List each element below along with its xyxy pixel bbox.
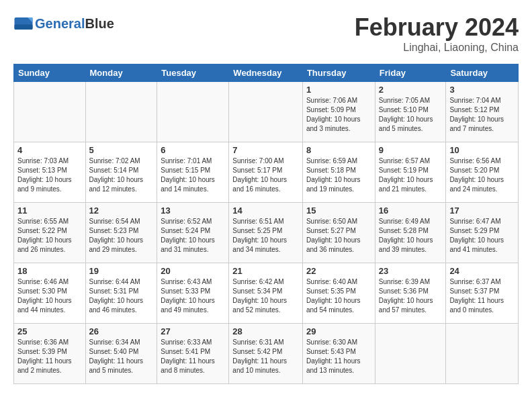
calendar-cell: 23Sunrise: 6:39 AM Sunset: 5:36 PM Dayli… xyxy=(375,263,446,324)
calendar-cell xyxy=(375,324,446,384)
location: Linghai, Liaoning, China xyxy=(355,42,519,54)
calendar-cell: 29Sunrise: 6:30 AM Sunset: 5:43 PM Dayli… xyxy=(302,324,375,384)
cell-content: Sunrise: 6:40 AM Sunset: 5:35 PM Dayligh… xyxy=(306,277,371,315)
calendar-cell: 2Sunrise: 7:05 AM Sunset: 5:10 PM Daylig… xyxy=(375,82,446,142)
day-number: 29 xyxy=(306,326,371,336)
day-number: 28 xyxy=(232,326,299,336)
day-number: 2 xyxy=(379,85,443,95)
day-number: 27 xyxy=(161,326,225,336)
logo: GeneralBlue xyxy=(13,13,114,34)
calendar-cell: 7Sunrise: 7:00 AM Sunset: 5:17 PM Daylig… xyxy=(229,142,303,203)
calendar-cell: 24Sunrise: 6:37 AM Sunset: 5:37 PM Dayli… xyxy=(446,263,519,324)
day-number: 19 xyxy=(89,266,154,276)
day-number: 7 xyxy=(232,145,299,155)
page-header: GeneralBlue February 2024 Linghai, Liaon… xyxy=(13,13,519,54)
logo-icon xyxy=(13,13,34,34)
day-header-thursday: Thursday xyxy=(302,64,375,82)
cell-content: Sunrise: 6:34 AM Sunset: 5:40 PM Dayligh… xyxy=(89,338,154,375)
cell-content: Sunrise: 6:50 AM Sunset: 5:27 PM Dayligh… xyxy=(306,217,371,255)
calendar-cell xyxy=(446,324,519,384)
week-row-5: 25Sunrise: 6:36 AM Sunset: 5:39 PM Dayli… xyxy=(14,324,519,384)
cell-content: Sunrise: 6:55 AM Sunset: 5:22 PM Dayligh… xyxy=(17,217,82,255)
calendar-cell: 11Sunrise: 6:55 AM Sunset: 5:22 PM Dayli… xyxy=(14,203,86,263)
cell-content: Sunrise: 7:03 AM Sunset: 5:13 PM Dayligh… xyxy=(17,156,82,194)
day-number: 6 xyxy=(161,145,225,155)
cell-content: Sunrise: 6:31 AM Sunset: 5:42 PM Dayligh… xyxy=(232,338,299,375)
day-number: 10 xyxy=(449,145,515,155)
day-number: 4 xyxy=(17,145,82,155)
calendar-cell: 1Sunrise: 7:06 AM Sunset: 5:09 PM Daylig… xyxy=(302,82,375,142)
week-row-2: 4Sunrise: 7:03 AM Sunset: 5:13 PM Daylig… xyxy=(14,142,519,203)
cell-content: Sunrise: 7:02 AM Sunset: 5:14 PM Dayligh… xyxy=(89,156,154,194)
header-row: SundayMondayTuesdayWednesdayThursdayFrid… xyxy=(14,64,519,82)
day-header-friday: Friday xyxy=(375,64,446,82)
day-number: 15 xyxy=(306,205,371,216)
day-number: 26 xyxy=(89,326,154,336)
calendar-cell: 16Sunrise: 6:49 AM Sunset: 5:28 PM Dayli… xyxy=(375,203,446,263)
cell-content: Sunrise: 6:37 AM Sunset: 5:37 PM Dayligh… xyxy=(449,277,515,315)
week-row-1: 1Sunrise: 7:06 AM Sunset: 5:09 PM Daylig… xyxy=(14,82,519,142)
day-header-saturday: Saturday xyxy=(446,64,519,82)
month-title: February 2024 xyxy=(355,13,519,42)
calendar-cell: 10Sunrise: 6:56 AM Sunset: 5:20 PM Dayli… xyxy=(446,142,519,203)
calendar-cell xyxy=(85,82,157,142)
calendar-cell: 22Sunrise: 6:40 AM Sunset: 5:35 PM Dayli… xyxy=(302,263,375,324)
day-number: 22 xyxy=(306,266,371,276)
cell-content: Sunrise: 7:05 AM Sunset: 5:10 PM Dayligh… xyxy=(379,96,443,134)
cell-content: Sunrise: 6:52 AM Sunset: 5:24 PM Dayligh… xyxy=(161,217,225,255)
calendar-cell: 27Sunrise: 6:33 AM Sunset: 5:41 PM Dayli… xyxy=(157,324,229,384)
cell-content: Sunrise: 7:00 AM Sunset: 5:17 PM Dayligh… xyxy=(232,156,299,194)
week-row-3: 11Sunrise: 6:55 AM Sunset: 5:22 PM Dayli… xyxy=(14,203,519,263)
cell-content: Sunrise: 6:51 AM Sunset: 5:25 PM Dayligh… xyxy=(232,217,299,255)
cell-content: Sunrise: 6:42 AM Sunset: 5:34 PM Dayligh… xyxy=(232,277,299,315)
calendar-cell: 5Sunrise: 7:02 AM Sunset: 5:14 PM Daylig… xyxy=(85,142,157,203)
day-number: 8 xyxy=(306,145,371,155)
title-block: February 2024 Linghai, Liaoning, China xyxy=(355,13,519,54)
day-header-wednesday: Wednesday xyxy=(229,64,303,82)
cell-content: Sunrise: 7:01 AM Sunset: 5:15 PM Dayligh… xyxy=(161,156,225,194)
calendar-cell: 17Sunrise: 6:47 AM Sunset: 5:29 PM Dayli… xyxy=(446,203,519,263)
cell-content: Sunrise: 6:39 AM Sunset: 5:36 PM Dayligh… xyxy=(379,277,443,315)
cell-content: Sunrise: 6:54 AM Sunset: 5:23 PM Dayligh… xyxy=(89,217,154,255)
cell-content: Sunrise: 6:36 AM Sunset: 5:39 PM Dayligh… xyxy=(17,338,82,375)
calendar-cell: 3Sunrise: 7:04 AM Sunset: 5:12 PM Daylig… xyxy=(446,82,519,142)
svg-rect-2 xyxy=(15,25,33,30)
day-number: 24 xyxy=(449,266,515,276)
day-header-monday: Monday xyxy=(85,64,157,82)
day-number: 1 xyxy=(306,85,371,95)
calendar-cell: 12Sunrise: 6:54 AM Sunset: 5:23 PM Dayli… xyxy=(85,203,157,263)
day-number: 20 xyxy=(161,266,225,276)
day-number: 21 xyxy=(232,266,299,276)
cell-content: Sunrise: 6:33 AM Sunset: 5:41 PM Dayligh… xyxy=(161,338,225,375)
day-number: 23 xyxy=(379,266,443,276)
day-number: 9 xyxy=(379,145,443,155)
day-header-sunday: Sunday xyxy=(14,64,86,82)
day-number: 16 xyxy=(379,205,443,216)
day-number: 17 xyxy=(449,205,515,216)
calendar-cell xyxy=(229,82,303,142)
cell-content: Sunrise: 6:47 AM Sunset: 5:29 PM Dayligh… xyxy=(449,217,515,255)
cell-content: Sunrise: 7:04 AM Sunset: 5:12 PM Dayligh… xyxy=(449,96,515,134)
cell-content: Sunrise: 6:59 AM Sunset: 5:18 PM Dayligh… xyxy=(306,156,371,194)
calendar-cell: 28Sunrise: 6:31 AM Sunset: 5:42 PM Dayli… xyxy=(229,324,303,384)
day-header-tuesday: Tuesday xyxy=(157,64,229,82)
calendar-cell: 18Sunrise: 6:46 AM Sunset: 5:30 PM Dayli… xyxy=(14,263,86,324)
cell-content: Sunrise: 6:49 AM Sunset: 5:28 PM Dayligh… xyxy=(379,217,443,255)
calendar-table: SundayMondayTuesdayWednesdayThursdayFrid… xyxy=(13,64,519,384)
day-number: 12 xyxy=(89,205,154,216)
day-number: 14 xyxy=(232,205,299,216)
day-number: 25 xyxy=(17,326,82,336)
calendar-cell: 15Sunrise: 6:50 AM Sunset: 5:27 PM Dayli… xyxy=(302,203,375,263)
logo-text: GeneralBlue xyxy=(35,16,114,31)
day-number: 5 xyxy=(89,145,154,155)
calendar-cell: 25Sunrise: 6:36 AM Sunset: 5:39 PM Dayli… xyxy=(14,324,86,384)
calendar-cell: 21Sunrise: 6:42 AM Sunset: 5:34 PM Dayli… xyxy=(229,263,303,324)
calendar-cell: 4Sunrise: 7:03 AM Sunset: 5:13 PM Daylig… xyxy=(14,142,86,203)
day-number: 3 xyxy=(449,85,515,95)
calendar-cell: 14Sunrise: 6:51 AM Sunset: 5:25 PM Dayli… xyxy=(229,203,303,263)
calendar-cell: 19Sunrise: 6:44 AM Sunset: 5:31 PM Dayli… xyxy=(85,263,157,324)
calendar-cell: 26Sunrise: 6:34 AM Sunset: 5:40 PM Dayli… xyxy=(85,324,157,384)
calendar-cell: 13Sunrise: 6:52 AM Sunset: 5:24 PM Dayli… xyxy=(157,203,229,263)
cell-content: Sunrise: 6:57 AM Sunset: 5:19 PM Dayligh… xyxy=(379,156,443,194)
calendar-cell xyxy=(157,82,229,142)
